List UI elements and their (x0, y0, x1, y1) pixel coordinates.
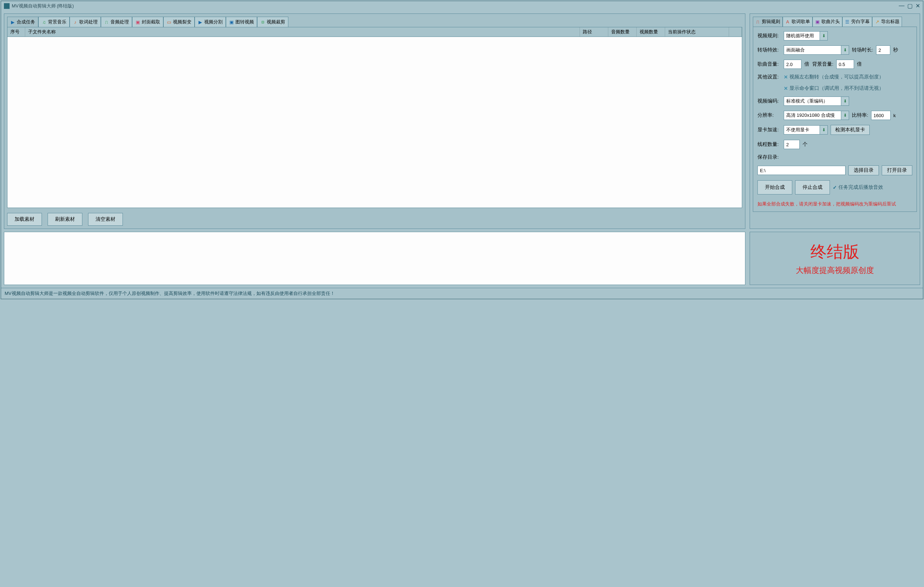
maximize-icon[interactable]: ▢ (908, 2, 912, 9)
video-rule-input[interactable] (784, 31, 820, 40)
tab-split[interactable]: ▶视频分割 (195, 17, 226, 27)
label-bg-vol: 背景音量: (812, 61, 833, 67)
dropdown-icon[interactable]: ⬇ (841, 46, 849, 54)
tab-fission[interactable]: ▭视频裂变 (163, 17, 195, 27)
right-panel: ⎍剪辑规则 A歌词歌单 ▣歌曲片头 ☰旁白字幕 ↗导出标题 视频规则: ⬇ 转场… (750, 13, 920, 229)
close-icon[interactable]: ✕ (916, 2, 920, 9)
transition-dur-input[interactable] (876, 45, 890, 55)
banner-title: 终结版 (810, 241, 860, 263)
wave-icon: ⎍ (104, 20, 109, 25)
detect-gpu-button[interactable]: 检测本机显卡 (831, 125, 870, 135)
app-icon (4, 3, 10, 9)
gpu-input[interactable] (784, 126, 820, 134)
table-header: 序号 子文件夹名称 路径 音频数量 视频数量 当前操作状态 (7, 27, 742, 37)
label-song-vol: 歌曲音量: (757, 61, 781, 67)
start-button[interactable]: 开始合成 (757, 180, 792, 194)
bg-vol-input[interactable] (836, 60, 854, 69)
combo-encode[interactable]: ⬇ (784, 97, 849, 106)
unit-ge: 个 (802, 141, 807, 148)
clip-icon: ▣ (815, 20, 820, 25)
dropdown-icon[interactable]: ⬇ (820, 31, 827, 40)
tab-songlist[interactable]: A歌词歌单 (783, 17, 812, 26)
rules-form: 视频规则: ⬇ 转场特效: ⬇ 转场时长: 秒 歌曲音量: 倍 背景音量: 倍 (753, 26, 917, 212)
log-panel (4, 232, 746, 285)
ruler-icon: ⎍ (755, 20, 760, 25)
combo-transition[interactable]: ⬇ (784, 45, 849, 55)
encode-input[interactable] (784, 97, 841, 105)
transition-input[interactable] (784, 46, 841, 54)
unit-k: k (893, 113, 896, 118)
dropdown-icon[interactable]: ⬇ (841, 97, 849, 105)
chk-play-sound[interactable]: ✓任务完成后播放音效 (833, 184, 883, 191)
col-status[interactable]: 当前操作状态 (665, 27, 729, 36)
tab-bgm[interactable]: ♫背景音乐 (38, 17, 69, 27)
col-audio-count[interactable]: 音频数量 (608, 27, 637, 36)
label-bitrate: 比特率: (852, 112, 868, 118)
load-material-button[interactable]: 加载素材 (7, 213, 42, 226)
open-dir-button[interactable]: 打开目录 (882, 165, 912, 175)
banner: 终结版 大幅度提高视频原创度 (750, 232, 920, 285)
tab-img2video[interactable]: ▣图转视频 (226, 17, 257, 27)
check-icon: ✓ (833, 184, 837, 190)
subtitle-icon: ☰ (845, 20, 850, 25)
col-video-count[interactable]: 视频数量 (637, 27, 665, 36)
tab-lyrics[interactable]: ♪歌词处理 (69, 17, 101, 27)
left-panel: ▶合成任务 ♫背景音乐 ♪歌词处理 ⎍音频处理 ▣封面截取 ▭视频裂变 ▶视频分… (4, 13, 746, 229)
tab-export-title[interactable]: ↗导出标题 (872, 17, 902, 26)
label-res: 分辨率: (757, 112, 781, 118)
tab-intro[interactable]: ▣歌曲片头 (812, 17, 842, 26)
chk-show-cmd[interactable]: ✕显示命令窗口（调试用，用不到话请无视） (784, 85, 884, 92)
warning-text: 如果全部合成失败，请关闭显卡加速，把视频编码改为重编码后重试 (757, 201, 912, 207)
tab-subtitles[interactable]: ☰旁白字幕 (842, 17, 872, 26)
image-icon: ▣ (135, 20, 140, 25)
label-transition-dur: 转场时长: (852, 47, 873, 53)
song-vol-input[interactable] (784, 60, 802, 69)
tab-compose[interactable]: ▶合成任务 (7, 17, 38, 27)
split-icon: ▭ (167, 20, 172, 25)
col-index[interactable]: 序号 (7, 27, 25, 36)
threads-input[interactable] (784, 140, 800, 149)
clear-material-button[interactable]: 清空素材 (88, 213, 123, 226)
app-title: MV视频自动剪辑大师 (终结版) (12, 3, 74, 9)
banner-subtitle: 大幅度提高视频原创度 (796, 265, 874, 276)
material-buttons: 加载素材 刷新素材 清空素材 (7, 213, 742, 226)
app-window: MV视频自动剪辑大师 (终结版) — ▢ ✕ ▶合成任务 ♫背景音乐 ♪歌词处理… (1, 1, 923, 299)
res-input[interactable] (784, 111, 841, 120)
save-path-input[interactable] (757, 166, 845, 175)
right-tabs: ⎍剪辑规则 A歌词歌单 ▣歌曲片头 ☰旁白字幕 ↗导出标题 (753, 17, 917, 26)
combo-video-rule[interactable]: ⬇ (784, 31, 828, 41)
refresh-material-button[interactable]: 刷新素材 (48, 213, 82, 226)
label-encode: 视频编码: (757, 98, 781, 104)
tab-audio[interactable]: ⎍音频处理 (101, 17, 132, 27)
bitrate-input[interactable] (871, 111, 891, 120)
label-other: 其他设置: (757, 74, 781, 80)
col-folder[interactable]: 子文件夹名称 (25, 27, 580, 36)
tab-crop[interactable]: ⧈视频裁剪 (257, 17, 288, 27)
unit-bei1: 倍 (804, 61, 809, 67)
combo-res[interactable]: ⬇ (784, 111, 849, 120)
minimize-icon[interactable]: — (899, 2, 904, 9)
crop-icon: ⧈ (260, 20, 265, 25)
stop-button[interactable]: 停止合成 (795, 180, 830, 194)
lyrics-icon: ♪ (73, 20, 78, 25)
choose-dir-button[interactable]: 选择目录 (848, 165, 879, 175)
music-icon: ♫ (41, 20, 46, 25)
titlebar: MV视频自动剪辑大师 (终结版) — ▢ ✕ (1, 1, 923, 11)
pic-icon: ▣ (229, 20, 234, 25)
dropdown-icon[interactable]: ⬇ (841, 111, 849, 120)
label-transition: 转场特效: (757, 47, 781, 53)
combo-gpu[interactable]: ⬇ (784, 125, 828, 135)
tab-cover[interactable]: ▣封面截取 (132, 17, 163, 27)
x-icon: ✕ (784, 74, 788, 80)
tab-rules[interactable]: ⎍剪辑规则 (753, 17, 783, 26)
label-threads: 线程数量: (757, 141, 781, 148)
unit-bei2: 倍 (857, 61, 862, 67)
x-icon: ✕ (784, 86, 788, 91)
col-path[interactable]: 路径 (580, 27, 608, 36)
material-table: 序号 子文件夹名称 路径 音频数量 视频数量 当前操作状态 (7, 27, 742, 208)
footer-text: MV视频自动剪辑大师是一款视频全自动剪辑软件，仅用于个人原创视频制作、提高剪辑效… (1, 288, 923, 299)
dropdown-icon[interactable]: ⬇ (820, 126, 827, 134)
play-icon: ▶ (10, 20, 15, 25)
chk-flip[interactable]: ✕视频左右翻转（合成慢，可以提高原创度） (784, 74, 884, 80)
left-tabs: ▶合成任务 ♫背景音乐 ♪歌词处理 ⎍音频处理 ▣封面截取 ▭视频裂变 ▶视频分… (7, 17, 742, 27)
